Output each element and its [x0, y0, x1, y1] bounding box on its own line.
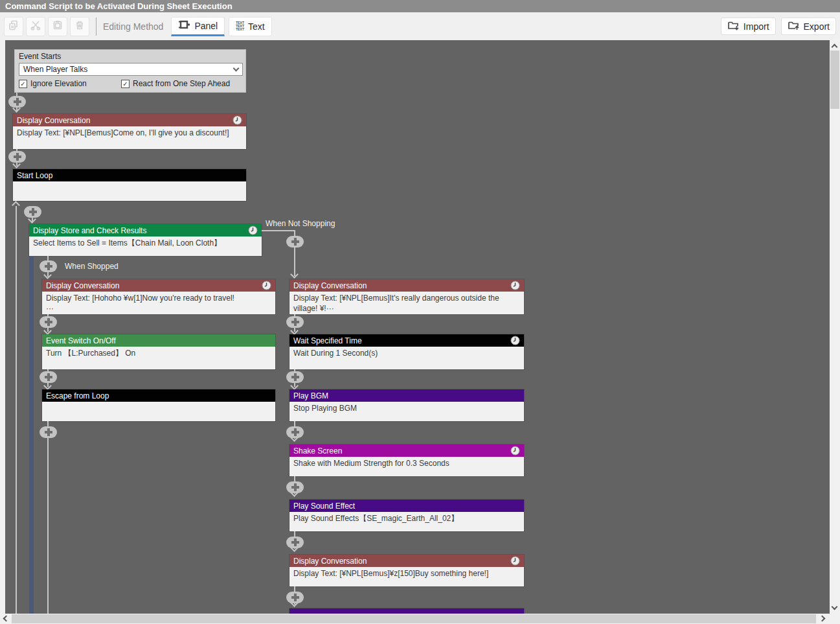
- scroll-up-icon[interactable]: [832, 44, 838, 51]
- node-event-switch[interactable]: Event Switch On/Off Turn 【L:Purchased】 O…: [42, 334, 275, 369]
- tab-text[interactable]: TEXT TEXT TEXT Text: [229, 17, 271, 36]
- arrow-down-icon: [290, 382, 299, 390]
- window-title: Command Script to be Activated During Sh…: [0, 0, 840, 12]
- node-body: [13, 181, 246, 201]
- clock-icon: [262, 281, 271, 290]
- node-title: Escape from Loop: [46, 391, 271, 400]
- tab-panel-label: Panel: [194, 21, 218, 31]
- plus-icon: [291, 238, 299, 246]
- branch-indicator-bar: [29, 256, 34, 614]
- ignore-elevation-checkbox[interactable]: ✓: [19, 80, 27, 88]
- add-command-button[interactable]: [40, 316, 57, 328]
- delete-button[interactable]: [70, 17, 89, 36]
- scroll-left-icon[interactable]: [3, 616, 10, 622]
- copy-button[interactable]: [4, 17, 23, 36]
- plus-icon: [291, 373, 299, 381]
- add-command-button[interactable]: [286, 236, 304, 248]
- node-title: Display Conversation: [293, 281, 510, 290]
- node-wait-time[interactable]: Wait Specified Time Wait During 1 Second…: [289, 334, 524, 369]
- node-display-conversation[interactable]: Display Conversation Display Text: [¥NPL…: [289, 555, 524, 586]
- clock-icon: [510, 336, 520, 345]
- node-title: Event Switch On/Off: [46, 336, 271, 345]
- export-icon: [788, 19, 800, 33]
- export-label: Export: [804, 21, 830, 32]
- cut-button[interactable]: [26, 17, 45, 36]
- node-title: Play BGM: [293, 391, 520, 400]
- react-one-step-label: React from One Step Ahead: [133, 79, 230, 88]
- chevron-down-icon: [233, 65, 240, 72]
- node-body: Wait During 1 Second(s): [289, 347, 524, 369]
- clock-icon: [248, 225, 258, 235]
- node-title: Play Sound Effect: [293, 502, 520, 511]
- paste-button[interactable]: [48, 17, 67, 36]
- event-trigger-value: When Player Talks: [23, 65, 234, 74]
- panel-icon: [178, 19, 190, 32]
- node-shake-screen[interactable]: Shake Screen Shake with Medium Strength …: [289, 445, 524, 476]
- add-command-button[interactable]: [40, 426, 57, 438]
- event-starts-panel: Event Starts When Player Talks ✓ Ignore …: [14, 49, 246, 93]
- ignore-elevation-label: Ignore Elevation: [30, 79, 121, 88]
- plus-icon: [45, 262, 52, 270]
- add-command-button[interactable]: [286, 316, 304, 328]
- trash-icon: [74, 19, 85, 34]
- node-body: Display Text: [¥NPL[Bemus]Come on, I'll …: [13, 126, 246, 149]
- node-body: Select Items to Sell = Items【Chain Mail,…: [29, 237, 262, 256]
- arrow-down-icon: [43, 271, 52, 279]
- plus-icon: [45, 318, 52, 326]
- plus-icon: [14, 153, 21, 161]
- node-title: Display Conversation: [293, 557, 510, 566]
- loop-back-line: [16, 206, 17, 614]
- connector-line: [47, 421, 49, 614]
- node-title: Wait Specified Time: [293, 336, 510, 345]
- toolbar: Editing Method Panel TEXT TEXT TEXT Text…: [0, 12, 840, 40]
- horizontal-scroll-thumb[interactable]: [12, 614, 816, 623]
- plus-icon: [291, 318, 299, 326]
- script-canvas: Event Starts When Player Talks ✓ Ignore …: [5, 40, 830, 614]
- node-partial[interactable]: [289, 608, 524, 614]
- node-body: Display Text: [¥NPL[Bemus]¥z[150]Buy som…: [289, 567, 524, 586]
- import-icon: [727, 19, 740, 33]
- plus-icon: [29, 208, 37, 216]
- scroll-down-icon[interactable]: [832, 604, 838, 610]
- add-command-button[interactable]: [286, 371, 304, 383]
- connector-line: [262, 230, 295, 231]
- scroll-right-icon[interactable]: [819, 616, 826, 622]
- horizontal-scrollbar[interactable]: [0, 614, 840, 624]
- import-label: Import: [744, 21, 769, 32]
- node-start-loop[interactable]: Start Loop: [13, 169, 246, 201]
- text-mode-icon: TEXT TEXT TEXT: [236, 21, 244, 31]
- node-title: Display Store and Check Results: [33, 226, 248, 235]
- node-escape-loop[interactable]: Escape from Loop: [42, 389, 275, 421]
- clock-icon: [510, 281, 520, 290]
- node-display-conversation[interactable]: Display Conversation Display Text: [Hoho…: [42, 279, 275, 314]
- arrow-down-icon: [290, 270, 299, 279]
- toolbar-separator: [96, 17, 96, 36]
- arrow-down-icon: [43, 382, 52, 390]
- react-one-step-checkbox[interactable]: ✓: [121, 80, 130, 88]
- clock-icon: [510, 556, 520, 566]
- add-command-button[interactable]: [40, 371, 57, 383]
- node-display-conversation[interactable]: Display Conversation Display Text: [¥NPL…: [289, 279, 524, 314]
- event-starts-title: Event Starts: [19, 52, 242, 61]
- node-play-bgm[interactable]: Play BGM Stop Playing BGM: [289, 389, 524, 421]
- node-title: Shake Screen: [293, 446, 510, 456]
- node-title: Start Loop: [17, 171, 242, 180]
- node-display-store[interactable]: Display Store and Check Results Select I…: [29, 224, 262, 256]
- node-body: [42, 402, 275, 421]
- node-display-conversation[interactable]: Display Conversation Display Text: [¥NPL…: [13, 114, 246, 149]
- vertical-scrollbar[interactable]: [830, 40, 840, 614]
- node-body: Shake with Medium Strength for 0.3 Secon…: [289, 457, 524, 476]
- vertical-scroll-thumb[interactable]: [830, 51, 839, 109]
- arrow-down-icon: [290, 327, 299, 335]
- export-button[interactable]: Export: [781, 17, 836, 35]
- node-body: Stop Playing BGM: [289, 402, 524, 421]
- plus-icon: [45, 373, 52, 381]
- clock-icon: [233, 115, 242, 125]
- event-trigger-select[interactable]: When Player Talks: [19, 63, 243, 76]
- paste-icon: [52, 19, 63, 34]
- import-button[interactable]: Import: [721, 17, 776, 35]
- node-play-sound-effect[interactable]: Play Sound Effect Play Sound Effects【SE_…: [289, 500, 524, 531]
- add-command-button[interactable]: [40, 260, 57, 272]
- tab-panel[interactable]: Panel: [171, 17, 225, 36]
- tab-text-label: Text: [248, 21, 265, 32]
